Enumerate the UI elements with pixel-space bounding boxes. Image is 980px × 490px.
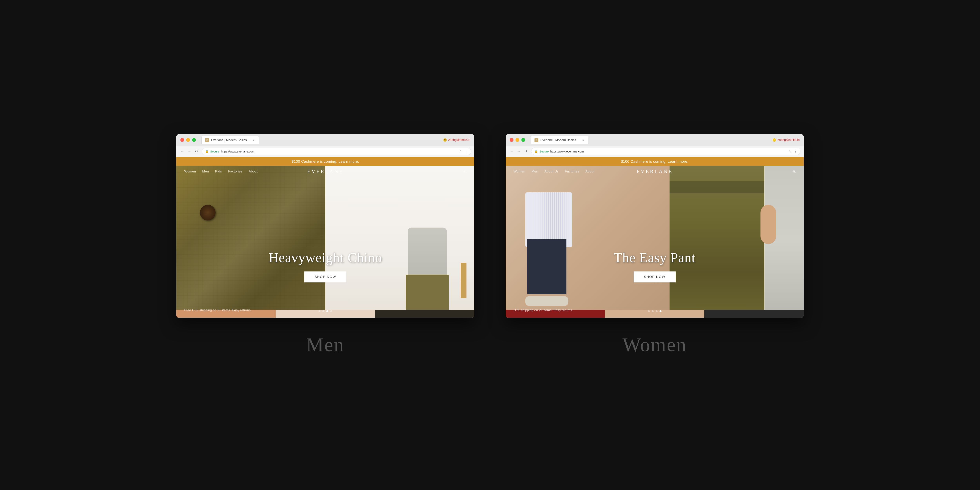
men-dot-3[interactable] bbox=[326, 310, 328, 312]
women-tl-green[interactable] bbox=[521, 138, 525, 142]
men-nav-kids[interactable]: Kids bbox=[215, 170, 222, 173]
men-nav-factories[interactable]: Factories bbox=[228, 170, 242, 173]
women-addressbar: ← → ↺ 🔒 Secure https://www.everlane.com bbox=[506, 146, 803, 157]
men-star-icon[interactable]: ☆ bbox=[459, 149, 462, 153]
women-carousel-dots bbox=[648, 310, 662, 312]
women-refresh-arrow: ↺ bbox=[524, 149, 527, 153]
women-refresh-btn[interactable]: ↺ bbox=[523, 149, 528, 154]
women-forward-arrow: → bbox=[517, 150, 520, 153]
men-tab-title: Everlane | Modern Basics. Rad... bbox=[211, 138, 250, 142]
men-address-bar[interactable]: 🔒 Secure https://www.everlane.com ☆ ⋮ bbox=[202, 148, 471, 155]
men-site-nav: Women Men Kids Factories About EVERLANE … bbox=[177, 165, 474, 177]
men-tl-red[interactable] bbox=[180, 138, 184, 142]
men-smile-label: zachg@smile.io bbox=[448, 138, 470, 142]
men-nav-right: Hi, bbox=[462, 170, 466, 173]
men-tl-green[interactable] bbox=[192, 138, 196, 142]
men-dot-4[interactable] bbox=[330, 310, 332, 312]
women-nav-women[interactable]: Women bbox=[514, 170, 525, 173]
men-nav-about[interactable]: About bbox=[249, 170, 258, 173]
men-smile-user: 🙂 zachg@smile.io bbox=[443, 138, 470, 142]
women-nav-about[interactable]: About bbox=[585, 170, 595, 173]
men-hero-right bbox=[325, 165, 474, 318]
men-traffic-lights bbox=[180, 138, 196, 142]
men-site-logo[interactable]: EVERLANE bbox=[307, 169, 344, 175]
women-website-content: $100 Cashmere is coming. Learn more. Wom… bbox=[506, 157, 803, 318]
women-star-icon[interactable]: ☆ bbox=[788, 149, 791, 153]
men-hero-left bbox=[177, 165, 325, 318]
men-nav-btns: ← → ↺ bbox=[180, 149, 199, 154]
women-traffic-lights bbox=[510, 138, 525, 142]
men-hero-headline: Heavyweight Chino SHOP NOW bbox=[177, 250, 474, 282]
women-nav-about-us[interactable]: About Us bbox=[544, 170, 558, 173]
women-dot-1[interactable] bbox=[648, 310, 650, 312]
men-shop-now-btn[interactable]: SHOP NOW bbox=[304, 272, 346, 282]
men-address-actions: ☆ ⋮ bbox=[459, 149, 468, 153]
women-dot-2[interactable] bbox=[652, 310, 654, 312]
women-tab-bar: E Everlane | Modern Basics. Rad... × bbox=[531, 134, 770, 146]
men-tab-close[interactable]: × bbox=[252, 138, 255, 142]
men-dot-1[interactable] bbox=[318, 310, 320, 312]
men-forward-btn[interactable]: → bbox=[186, 149, 192, 154]
women-shop-now-btn[interactable]: SHOP NOW bbox=[634, 272, 676, 282]
women-hero-area: The Easy Pant SHOP NOW U.S. shipping on … bbox=[506, 165, 803, 318]
men-menu-icon[interactable]: ⋮ bbox=[465, 149, 468, 153]
women-nav-right: Hi, bbox=[792, 170, 796, 173]
men-smile-icon: 🙂 bbox=[443, 138, 447, 142]
men-addressbar: ← → ↺ 🔒 Secure https://www.everlane.com bbox=[177, 146, 474, 157]
women-thumb-3 bbox=[704, 310, 803, 318]
women-smile-label: zachg@smile.io bbox=[778, 138, 800, 142]
women-site-logo[interactable]: EVERLANE bbox=[636, 169, 673, 175]
women-nav-factories[interactable]: Factories bbox=[565, 170, 579, 173]
men-hero-title: Heavyweight Chino bbox=[177, 250, 474, 266]
women-lock-icon: 🔒 bbox=[535, 150, 538, 153]
men-tab-favicon: E bbox=[205, 138, 209, 142]
men-nav-left: Women Men Kids Factories About bbox=[184, 170, 258, 173]
women-tab-close[interactable]: × bbox=[582, 138, 585, 142]
men-nav-women[interactable]: Women bbox=[184, 170, 196, 173]
women-announcement-link[interactable]: Learn more. bbox=[668, 159, 689, 164]
women-browser-wrapper: E Everlane | Modern Basics. Rad... × 🙂 z… bbox=[506, 134, 803, 356]
women-forward-btn[interactable]: → bbox=[516, 149, 521, 154]
men-back-btn[interactable]: ← bbox=[180, 149, 185, 154]
men-announcement-link[interactable]: Learn more. bbox=[339, 159, 359, 164]
page-container: E Everlane | Modern Basics. Rad... × 🙂 z… bbox=[20, 20, 960, 470]
women-nav-hi: Hi, bbox=[792, 170, 796, 173]
women-announcement-bar: $100 Cashmere is coming. Learn more. bbox=[506, 157, 803, 166]
women-tl-yellow[interactable] bbox=[515, 138, 519, 142]
women-dot-3[interactable] bbox=[655, 310, 657, 312]
men-refresh-btn[interactable]: ↺ bbox=[194, 149, 199, 154]
women-address-bar[interactable]: 🔒 Secure https://www.everlane.com ☆ ⋮ bbox=[531, 148, 800, 155]
women-hero-left-panel bbox=[506, 165, 670, 318]
women-announcement-text: $100 Cashmere is coming. bbox=[621, 159, 667, 164]
men-back-arrow: ← bbox=[180, 150, 184, 153]
women-dot-4[interactable] bbox=[660, 310, 662, 312]
women-smile-icon: 🙂 bbox=[772, 138, 776, 142]
women-back-btn[interactable]: ← bbox=[509, 149, 514, 154]
men-hero-area: Heavyweight Chino SHOP NOW Free U.S. shi… bbox=[177, 165, 474, 318]
men-lock-icon: 🔒 bbox=[205, 150, 208, 153]
men-website-content: $100 Cashmere is coming. Learn more. Wom… bbox=[177, 157, 474, 318]
men-tl-yellow[interactable] bbox=[186, 138, 190, 142]
women-tab-favicon: E bbox=[535, 138, 538, 142]
women-tab-title: Everlane | Modern Basics. Rad... bbox=[540, 138, 579, 142]
men-url: https://www.everlane.com bbox=[221, 150, 255, 153]
men-label: Men bbox=[306, 333, 344, 356]
women-tab[interactable]: E Everlane | Modern Basics. Rad... × bbox=[531, 136, 589, 144]
women-menu-icon[interactable]: ⋮ bbox=[794, 149, 797, 153]
women-favicon-letter: E bbox=[536, 139, 537, 142]
women-tl-red[interactable] bbox=[510, 138, 514, 142]
men-tab[interactable]: E Everlane | Modern Basics. Rad... × bbox=[202, 136, 259, 144]
women-nav-left: Women Men About Us Factories About bbox=[514, 170, 595, 173]
men-secure-label: Secure bbox=[210, 150, 220, 153]
women-shipping-notice: U.S. shipping on 2+ items. Easy returns. bbox=[514, 308, 573, 312]
men-dot-2[interactable] bbox=[323, 310, 325, 312]
men-announcement-text: $100 Cashmere is coming. bbox=[292, 159, 337, 164]
browsers-row: E Everlane | Modern Basics. Rad... × 🙂 z… bbox=[177, 134, 803, 356]
men-favicon-letter: E bbox=[207, 139, 208, 142]
men-nav-men[interactable]: Men bbox=[202, 170, 209, 173]
men-browser-wrapper: E Everlane | Modern Basics. Rad... × 🙂 z… bbox=[177, 134, 474, 356]
women-browser: E Everlane | Modern Basics. Rad... × 🙂 z… bbox=[506, 134, 803, 318]
women-nav-men[interactable]: Men bbox=[531, 170, 538, 173]
women-nav-btns: ← → ↺ bbox=[509, 149, 528, 154]
men-refresh-arrow: ↺ bbox=[195, 149, 198, 153]
